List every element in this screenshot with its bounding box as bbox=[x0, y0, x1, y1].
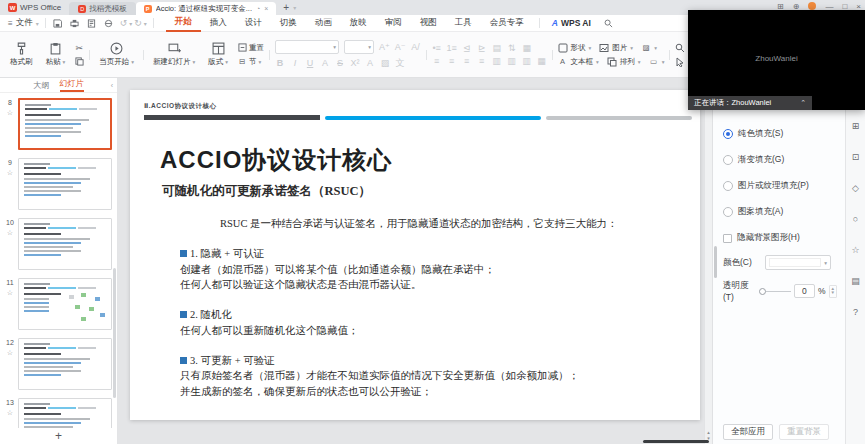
app-menu-button[interactable]: W WPS Office bbox=[0, 0, 69, 15]
align-left-icon[interactable]: ≡ bbox=[432, 56, 442, 66]
tips-lamp-icon[interactable]: ◔ bbox=[256, 5, 260, 12]
decrease-font-icon[interactable]: A⁻ bbox=[395, 42, 406, 52]
paste-special-icon[interactable]: ⊞ bbox=[850, 120, 862, 132]
superscript-icon[interactable]: X² bbox=[350, 58, 360, 68]
reset-slide-button[interactable]: 重置 bbox=[237, 43, 264, 53]
speaking-status-bar[interactable]: 正在讲话：ZhouWanlei ⌃ bbox=[688, 96, 812, 110]
ribbon-tab-审阅[interactable]: 审阅 bbox=[376, 15, 411, 31]
ribbon-tab-放映[interactable]: 放映 bbox=[341, 15, 376, 31]
distribute-icon[interactable]: ▥ bbox=[492, 56, 502, 66]
design-pane-icon[interactable]: ◇ bbox=[850, 182, 862, 194]
editing-canvas[interactable]: Ⅱ.ACCIO协议设计核心 ACCIO协议设计核心 可随机化的可更新承诺签名（R… bbox=[118, 78, 712, 444]
clear-format-icon[interactable]: A/ bbox=[411, 42, 421, 52]
docer-templates-tab[interactable]: D 找稻壳模板 bbox=[69, 2, 136, 15]
cut-icon[interactable]: ✂ bbox=[74, 43, 84, 53]
play-from-current-button[interactable]: 当页开始▾ bbox=[95, 40, 138, 69]
ribbon-tab-开始[interactable]: 开始 bbox=[166, 14, 201, 32]
fill-option-2[interactable]: 图片或纹理填充(P) bbox=[723, 177, 837, 195]
save-icon[interactable] bbox=[52, 18, 63, 29]
text-direction-icon[interactable]: ▤ bbox=[492, 43, 502, 53]
file-menu-button[interactable]: ≡ 文件 ▾ bbox=[8, 17, 39, 29]
fill-radio-2[interactable] bbox=[723, 181, 733, 191]
slide-layout-button[interactable]: 版式▾ bbox=[204, 40, 232, 69]
underline-icon[interactable]: U bbox=[305, 58, 315, 68]
ribbon-tab-设计[interactable]: 设计 bbox=[236, 15, 271, 31]
section-button[interactable]: ⊟节▾ bbox=[237, 57, 264, 67]
animation-star-icon[interactable]: ☆ bbox=[7, 229, 13, 237]
ribbon-tab-会员专享[interactable]: 会员专享 bbox=[481, 15, 533, 31]
canvas-scrollbar[interactable]: ▴ ▴▾ bbox=[704, 78, 712, 444]
reset-background-button[interactable]: 重置背景 bbox=[779, 424, 829, 440]
format-painter-button[interactable]: 格式刷 bbox=[6, 40, 37, 69]
increase-indent-icon[interactable]: ⊵ bbox=[477, 43, 487, 53]
numbering-icon[interactable]: 1≡ bbox=[447, 43, 457, 53]
close-document-icon[interactable]: × bbox=[264, 5, 268, 12]
fill-radio-0[interactable] bbox=[723, 129, 733, 139]
fill-option-1[interactable]: 渐变填充(G) bbox=[723, 151, 837, 169]
slide-thumbnail-10[interactable] bbox=[18, 218, 112, 270]
fill-radio-1[interactable] bbox=[723, 155, 733, 165]
animation-star-icon[interactable]: ☆ bbox=[7, 349, 13, 357]
slide-surface[interactable]: Ⅱ.ACCIO协议设计核心 ACCIO协议设计核心 可随机化的可更新承诺签名（R… bbox=[130, 90, 700, 420]
collapse-sidebar-icon[interactable]: ‹ bbox=[111, 82, 113, 89]
hide-background-row[interactable]: 隐藏背景图形(H) bbox=[723, 229, 837, 247]
new-slide-button[interactable]: 新建幻灯片▾ bbox=[149, 40, 199, 69]
ribbon-search-icon[interactable] bbox=[603, 18, 614, 29]
align-right-icon[interactable]: ≡ bbox=[462, 56, 472, 66]
paste-button[interactable]: 粘贴▾ bbox=[42, 40, 70, 69]
bold-icon[interactable]: B bbox=[275, 58, 285, 68]
italic-icon[interactable]: I bbox=[290, 58, 300, 68]
add-slide-button[interactable]: + bbox=[0, 428, 117, 444]
ribbon-tab-切换[interactable]: 切换 bbox=[271, 15, 306, 31]
hide-background-checkbox[interactable] bbox=[723, 234, 732, 243]
print-preview-icon[interactable] bbox=[86, 18, 97, 29]
user-avatar[interactable] bbox=[808, 2, 816, 10]
panel-drag-handle[interactable] bbox=[714, 246, 717, 278]
comment-pane-icon[interactable]: ▤ bbox=[850, 275, 862, 287]
font-color-icon[interactable]: A bbox=[365, 58, 375, 68]
fill-option-3[interactable]: 图案填充(A) bbox=[723, 203, 837, 221]
animation-star-icon[interactable]: ☆ bbox=[7, 109, 13, 117]
fill-radio-3[interactable] bbox=[723, 207, 733, 217]
justify-icon[interactable]: ≡ bbox=[477, 56, 487, 66]
slider-handle[interactable] bbox=[759, 288, 766, 295]
animation-star-icon[interactable]: ☆ bbox=[7, 409, 13, 417]
align-middle-icon[interactable]: ▥ bbox=[522, 56, 532, 66]
help-icon[interactable]: ? bbox=[850, 306, 862, 318]
ribbon-tab-动画[interactable]: 动画 bbox=[306, 15, 341, 31]
font-size-combobox[interactable]: ▾ bbox=[344, 40, 374, 54]
strikethrough-icon[interactable]: S bbox=[335, 58, 345, 68]
ribbon-tab-工具[interactable]: 工具 bbox=[446, 15, 481, 31]
color-dropdown[interactable]: ▾ bbox=[765, 255, 831, 270]
align-top-icon[interactable]: ▥ bbox=[507, 56, 517, 66]
sidebar-scrollbar[interactable] bbox=[113, 268, 116, 398]
apply-all-button[interactable]: 全部应用 bbox=[723, 424, 773, 440]
redo-icon[interactable]: ↻ bbox=[134, 18, 142, 28]
picture-button[interactable]: 图片▾ bbox=[599, 43, 633, 53]
bullets-icon[interactable]: •≡ bbox=[432, 43, 442, 53]
slides-tab[interactable]: 幻灯片 bbox=[60, 78, 84, 92]
char-spacing-icon[interactable]: A bbox=[320, 58, 330, 68]
transparency-stepper[interactable]: ▲▼ bbox=[829, 285, 837, 298]
textbox-button[interactable]: A文本框▾ bbox=[558, 57, 599, 67]
copy-icon[interactable] bbox=[74, 57, 84, 67]
outline-color-button[interactable]: ▭▾ bbox=[649, 57, 665, 67]
arrange-button[interactable]: 排列▾ bbox=[607, 57, 641, 67]
decrease-indent-icon[interactable]: ⊴ bbox=[462, 43, 472, 53]
ribbon-tab-视图[interactable]: 视图 bbox=[411, 15, 446, 31]
fill-color-button[interactable]: ▨▾ bbox=[641, 43, 657, 53]
favorites-pane-icon[interactable]: ☆ bbox=[850, 244, 862, 256]
fill-option-0[interactable]: 纯色填充(S) bbox=[723, 125, 837, 143]
transparency-value[interactable]: 0 bbox=[794, 284, 815, 298]
font-family-combobox[interactable]: ▾ bbox=[275, 40, 339, 54]
text-shading-icon[interactable]: ▨ bbox=[380, 58, 390, 68]
share-icon[interactable] bbox=[103, 18, 114, 29]
text-columns-icon[interactable]: ▦ bbox=[537, 56, 547, 66]
increase-font-icon[interactable]: A⁺ bbox=[379, 42, 390, 52]
animation-pane-icon[interactable]: ⊡ bbox=[850, 151, 862, 163]
slide-thumbnail-12[interactable] bbox=[18, 338, 112, 390]
tab-list-chevron-icon[interactable]: ▾ bbox=[293, 4, 296, 11]
align-center-icon[interactable]: ≡ bbox=[447, 56, 457, 66]
columns-icon[interactable]: ▦ bbox=[522, 43, 532, 53]
slide-thumbnail-9[interactable] bbox=[18, 158, 112, 210]
